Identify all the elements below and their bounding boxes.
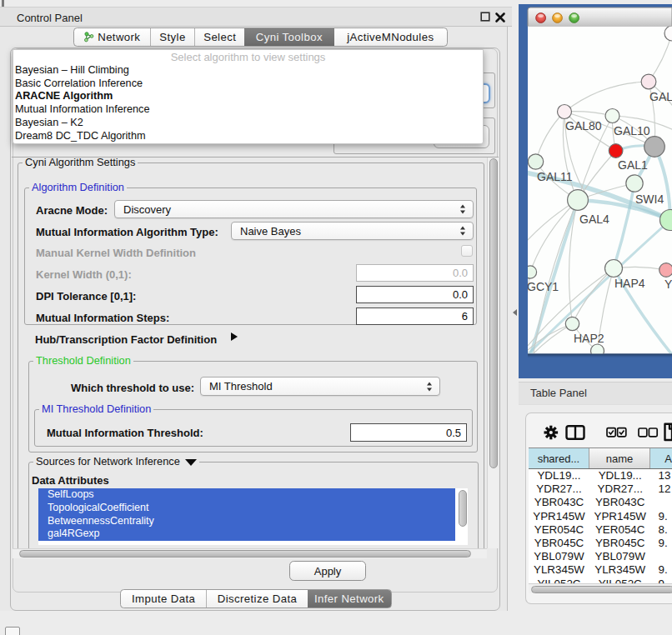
float-icon[interactable]: [480, 12, 490, 22]
tab-cyni-toolbox[interactable]: Cyni Toolbox: [244, 28, 334, 46]
table-row[interactable]: YBR045CYBR045C9.: [529, 536, 672, 549]
node-gal1[interactable]: [609, 144, 623, 158]
gear-icon[interactable]: [544, 426, 559, 440]
table-cell[interactable]: [650, 496, 672, 509]
table-cell[interactable]: 9.: [650, 536, 672, 549]
attribute-list-item[interactable]: BetweennessCentrality: [38, 515, 455, 528]
dropdown-item[interactable]: Bayesian – Hill Climbing: [13, 64, 483, 78]
dropdown-item[interactable]: Bayesian – K2: [13, 117, 483, 130]
table-rows[interactable]: YDL19...YDL19...13YDR27...YDR27...12YBR0…: [529, 469, 672, 584]
data-attributes-list[interactable]: SelfLoopsTopologicalCoefficientBetweenne…: [38, 488, 468, 545]
which-threshold-value: MI Threshold: [209, 380, 273, 392]
corner-tool-button[interactable]: [5, 627, 20, 635]
attribute-list-item[interactable]: SelfLoops: [38, 488, 455, 502]
dropdown-item[interactable]: Mutual Information Inference: [13, 103, 483, 117]
dropdown-item[interactable]: ARACNE Algorithm: [13, 90, 483, 103]
table-cell[interactable]: YLR345W: [589, 563, 650, 577]
network-view-window[interactable]: GAL7GAL80GAL10GAL1GAL11SWI4GAL4YHAP4GCY1…: [519, 4, 672, 378]
check-pair-icon[interactable]: [607, 428, 626, 437]
table-cell[interactable]: 8.: [650, 522, 672, 536]
close-icon[interactable]: [494, 12, 506, 23]
mi-type-combobox[interactable]: Naive Bayes: [231, 222, 474, 240]
dropdown-item[interactable]: Basic Correlation Inference: [13, 78, 483, 91]
table-row[interactable]: YBR043CYBR043C: [529, 496, 672, 509]
which-threshold-combobox[interactable]: MI Threshold: [200, 377, 440, 396]
attribute-list-item[interactable]: gal4RGexp: [38, 528, 455, 541]
uncheck-pair-icon[interactable]: [639, 428, 657, 437]
table-row[interactable]: YPR145WYPR145W9.: [529, 509, 672, 522]
table-horizontal-scrollbar[interactable]: [529, 583, 672, 593]
table-row[interactable]: YLR345WYLR345W9.: [529, 563, 672, 577]
table-cell[interactable]: YER054C: [529, 522, 589, 536]
table-cell[interactable]: YER054C: [589, 522, 650, 536]
kernel-width-field[interactable]: 0.0: [356, 264, 474, 282]
tab-jactivemnodules[interactable]: jActiveMNodules: [334, 28, 447, 46]
table-cell[interactable]: YBR043C: [589, 496, 650, 509]
list-scrollbar-thumb[interactable]: [459, 490, 467, 527]
node-gal11[interactable]: [528, 154, 543, 169]
node-gray[interactable]: [644, 137, 665, 158]
node-gal4[interactable]: [568, 190, 589, 211]
settings-vertical-scrollbar[interactable]: [487, 158, 499, 548]
apply-button[interactable]: Apply: [289, 561, 366, 581]
tab-discretize-data[interactable]: Discretize Data: [207, 590, 307, 608]
tab-style[interactable]: Style: [151, 28, 196, 46]
column-header-name[interactable]: name: [589, 448, 650, 468]
table-cell[interactable]: YDR27...: [529, 482, 589, 496]
tab-network[interactable]: Network: [74, 28, 151, 46]
table-cell[interactable]: 9.: [650, 563, 672, 577]
table-cell[interactable]: YLR345W: [529, 563, 589, 577]
table-cell[interactable]: YBL079W: [589, 550, 650, 563]
settings-horizontal-scrollbar-thumb[interactable]: [19, 550, 471, 558]
table-horizontal-scrollbar-thumb[interactable]: [531, 586, 672, 593]
table-cell[interactable]: YBR045C: [589, 536, 650, 549]
mi-steps-field[interactable]: 6: [356, 308, 474, 325]
attribute-list-item[interactable]: TopologicalCoefficient: [38, 502, 455, 515]
table-cell[interactable]: 9.: [650, 509, 672, 522]
tab-impute-data-label: Impute Data: [132, 592, 195, 605]
table-cell[interactable]: YBR043C: [529, 496, 589, 509]
hub-definition-label[interactable]: Hub/Transcription Factor Definition: [35, 333, 217, 346]
file-icon[interactable]: [665, 424, 672, 440]
expand-arrow-icon[interactable]: [231, 332, 238, 341]
table-row[interactable]: YDL19...YDL19...13: [529, 469, 672, 482]
dropdown-item[interactable]: Dream8 DC_TDC Algorithm: [13, 130, 483, 143]
table-cell[interactable]: 12: [650, 482, 672, 496]
column-header-shared-name[interactable]: shared...: [529, 448, 589, 468]
tab-infer-network[interactable]: Infer Network: [308, 590, 391, 608]
node-gal80[interactable]: [558, 105, 572, 119]
table-cell[interactable]: YBL079W: [529, 550, 589, 563]
table-cell[interactable]: YDL19...: [529, 469, 589, 482]
network-frame-titlebar[interactable]: [528, 8, 672, 27]
table-cell[interactable]: YDR27...: [589, 482, 650, 496]
column-header-third[interactable]: A: [650, 448, 672, 468]
aracne-mode-combobox[interactable]: Discovery: [114, 200, 474, 218]
manual-kernel-checkbox[interactable]: [461, 245, 473, 257]
node-hap2[interactable]: [565, 317, 579, 330]
tab-select[interactable]: Select: [195, 28, 244, 46]
table-row[interactable]: YBL079WYBL079W: [529, 550, 672, 563]
table-cell[interactable]: YPR145W: [589, 509, 650, 522]
node-label: GAL11: [537, 170, 573, 183]
table-cell[interactable]: YDL19...: [589, 469, 650, 482]
control-panel-tabs: Network Style Select Cyni Toolbox jActiv…: [73, 28, 448, 47]
tab-impute-data[interactable]: Impute Data: [121, 590, 207, 608]
table-cell[interactable]: YBR045C: [529, 536, 589, 549]
node-swi4[interactable]: [626, 175, 643, 192]
split-columns-icon[interactable]: [567, 426, 584, 439]
settings-horizontal-scrollbar[interactable]: [13, 548, 487, 558]
mi-threshold-field[interactable]: 0.5: [350, 423, 467, 442]
dpi-tolerance-field[interactable]: 0.0: [356, 286, 474, 303]
node-y[interactable]: [659, 263, 672, 278]
collapse-arrow-icon[interactable]: [185, 459, 197, 466]
node-gal10[interactable]: [605, 109, 619, 123]
table-cell[interactable]: [650, 550, 672, 563]
node-hap4[interactable]: [605, 260, 623, 278]
split-divider-collapse-icon[interactable]: [513, 309, 517, 316]
table-row[interactable]: YDR27...YDR27...12: [529, 482, 672, 496]
table-row[interactable]: YER054CYER054C8.: [529, 522, 672, 536]
settings-vertical-scrollbar-thumb[interactable]: [489, 158, 498, 468]
node-gal7[interactable]: [641, 74, 656, 89]
table-cell[interactable]: 13: [650, 469, 672, 482]
table-cell[interactable]: YPR145W: [529, 509, 589, 522]
